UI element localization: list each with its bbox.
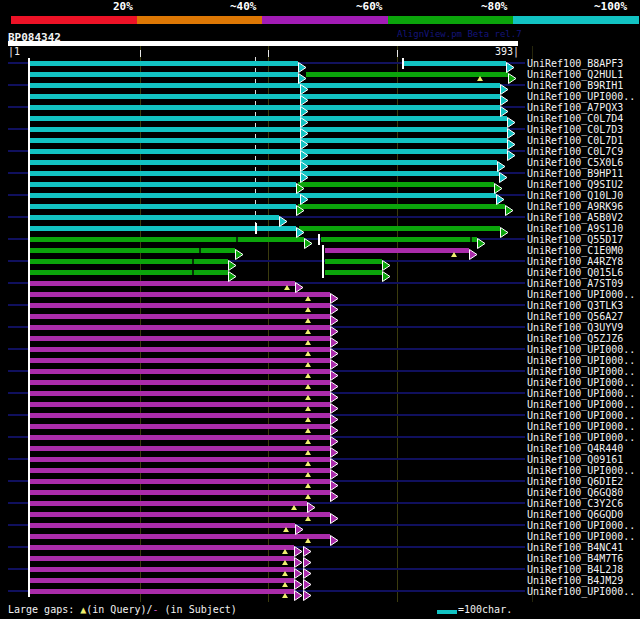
hsp-bar[interactable] [325,270,382,275]
hsp-bar[interactable] [30,270,228,275]
subject-label[interactable]: UniRef100_UPI000.. [527,465,635,476]
hsp-bar[interactable] [30,72,298,77]
subject-label[interactable]: UniRef100_UPI000.. [527,344,635,355]
hsp-bar[interactable] [30,94,500,99]
subject-label[interactable]: UniRef100_A9RK96 [527,201,623,212]
subject-label[interactable]: UniRef100_Q2HUL1 [527,69,623,80]
hsp-bar[interactable] [30,479,330,484]
hsp-bar[interactable] [30,358,330,363]
subject-label[interactable]: UniRef100_UPI000.. [527,289,635,300]
subject-label[interactable]: UniRef100_Q6DIE2 [527,476,623,487]
subject-label[interactable]: UniRef100_UPI000.. [527,355,635,366]
subject-label[interactable]: UniRef100_C1E0M0 [527,245,623,256]
hsp-bar[interactable] [30,490,330,495]
subject-label[interactable]: UniRef100_UPI000.. [527,421,635,432]
hsp-bar[interactable] [30,523,295,528]
hsp-bar[interactable] [30,281,295,286]
hsp-bar[interactable] [30,578,294,583]
subject-label[interactable]: UniRef100_Q09161 [527,454,623,465]
hsp-bar[interactable] [30,413,330,418]
hsp-bar[interactable] [30,204,296,209]
hsp-bar[interactable] [30,347,330,352]
hsp-bar[interactable] [30,171,499,176]
hsp-bar[interactable] [30,303,330,308]
subject-label[interactable]: UniRef100_A5B0V2 [527,212,623,223]
subject-label[interactable]: UniRef100_Q9SIU2 [527,179,623,190]
hsp-bar[interactable] [30,391,330,396]
hsp-bar[interactable] [30,292,330,297]
hsp-bar[interactable] [30,567,294,572]
subject-label[interactable]: UniRef100_Q55D17 [527,234,623,245]
hsp-bar[interactable] [30,182,296,187]
hsp-bar[interactable] [30,556,294,561]
subject-label[interactable]: UniRef100_UPI000.. [527,377,635,388]
subject-label[interactable]: UniRef100_Q10LJ0 [527,190,623,201]
hsp-bar[interactable] [30,336,330,341]
subject-label[interactable]: UniRef100_B9RIH1 [527,80,623,91]
hsp-bar[interactable] [403,61,506,66]
subject-label[interactable]: UniRef100_A7ST09 [527,278,623,289]
hsp-bar[interactable] [30,501,307,506]
subject-label[interactable]: UniRef100_B9HP11 [527,168,623,179]
hsp-bar[interactable] [30,138,507,143]
subject-label[interactable]: UniRef100_UPI000.. [527,399,635,410]
hsp-bar[interactable] [30,149,507,154]
subject-label[interactable]: UniRef100_Q015L6 [527,267,623,278]
subject-label[interactable]: UniRef100_B4NC41 [527,542,623,553]
hsp-bar[interactable] [30,424,330,429]
hsp-bar[interactable] [30,589,294,594]
hsp-bar[interactable] [30,116,507,121]
hsp-bar[interactable] [30,457,330,462]
subject-label[interactable]: UniRef100_A7PQX3 [527,102,623,113]
hsp-bar[interactable] [298,182,494,187]
hsp-bar[interactable] [30,446,330,451]
subject-label[interactable]: UniRef100_C3Y2C6 [527,498,623,509]
subject-label[interactable]: UniRef100_UPI000.. [527,586,635,597]
subject-label[interactable]: UniRef100_UPI000.. [527,388,635,399]
hsp-bar[interactable] [30,215,279,220]
subject-label[interactable]: UniRef100_Q56A27 [527,311,623,322]
subject-label[interactable]: UniRef100_B4M7T6 [527,553,623,564]
hsp-bar[interactable] [30,468,330,473]
hsp-bar[interactable] [30,369,330,374]
hsp-bar[interactable] [30,259,228,264]
hsp-bar[interactable] [30,512,330,517]
hsp-bar[interactable] [30,193,496,198]
subject-label[interactable]: UniRef100_C5X0L6 [527,157,623,168]
hsp-bar[interactable] [299,226,500,231]
subject-label[interactable]: UniRef100_C0L7C9 [527,146,623,157]
hsp-bar[interactable] [30,534,330,539]
subject-label[interactable]: UniRef100_Q3TLK3 [527,300,623,311]
subject-label[interactable]: UniRef100_UPI000.. [527,432,635,443]
hsp-bar[interactable] [30,380,330,385]
hsp-bar[interactable] [30,83,500,88]
subject-label[interactable]: UniRef100_B4JM29 [527,575,623,586]
hsp-bar[interactable] [30,160,497,165]
subject-label[interactable]: UniRef100_UPI000.. [527,366,635,377]
hsp-bar[interactable] [30,545,294,550]
subject-label[interactable]: UniRef100_C0L7D3 [527,124,623,135]
hsp-bar[interactable] [30,402,330,407]
hsp-bar[interactable] [30,314,330,319]
hsp-bar[interactable] [30,325,330,330]
subject-label[interactable]: UniRef100_UPI000.. [527,520,635,531]
hsp-bar[interactable] [298,204,505,209]
hsp-bar[interactable] [30,127,507,132]
subject-label[interactable]: UniRef100_UPI000.. [527,410,635,421]
hsp-bar[interactable] [321,237,477,242]
subject-label[interactable]: UniRef100_UPI000.. [527,531,635,542]
subject-label[interactable]: UniRef100_C0L7D4 [527,113,623,124]
hsp-bar[interactable] [30,435,330,440]
hsp-bar[interactable] [30,237,304,242]
subject-label[interactable]: UniRef100_A9S1J0 [527,223,623,234]
hsp-bar[interactable] [325,259,382,264]
subject-label[interactable]: UniRef100_Q3UYV9 [527,322,623,333]
subject-label[interactable]: UniRef100_Q6GQ80 [527,487,623,498]
subject-label[interactable]: UniRef100_C0L7D1 [527,135,623,146]
subject-label[interactable]: UniRef100_UPI000.. [527,91,635,102]
subject-label[interactable]: UniRef100_Q5ZJZ6 [527,333,623,344]
subject-label[interactable]: UniRef100_Q4R440 [527,443,623,454]
hsp-bar[interactable] [30,61,298,66]
subject-label[interactable]: UniRef100_B8APF3 [527,58,623,69]
subject-label[interactable]: UniRef100_B4L2J8 [527,564,623,575]
